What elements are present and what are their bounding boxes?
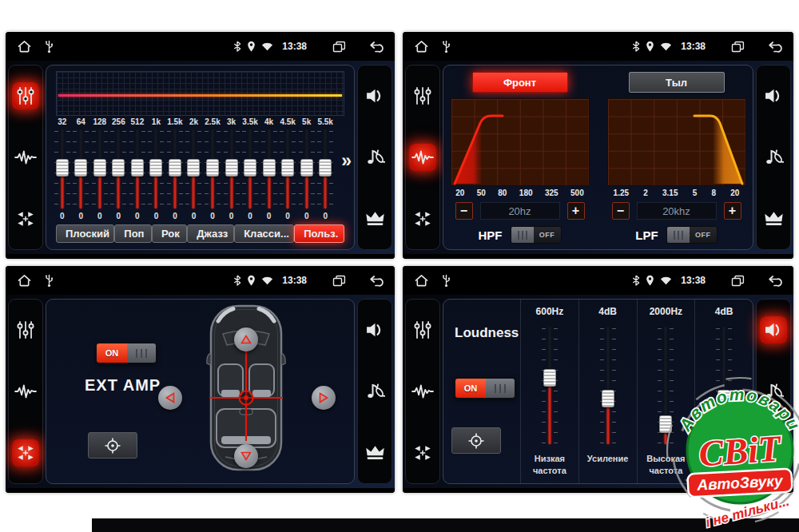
balance-right-button[interactable] bbox=[312, 386, 336, 410]
eq-band-slider[interactable] bbox=[316, 128, 334, 211]
toolbar-volume-button[interactable] bbox=[760, 82, 787, 109]
preset-button[interactable]: Поп bbox=[114, 224, 152, 243]
toolbar-waveform-button[interactable] bbox=[409, 378, 436, 405]
slider-knob[interactable] bbox=[206, 159, 219, 177]
toolbar-volume-button[interactable] bbox=[361, 82, 388, 109]
toolbar-waveform-button[interactable] bbox=[409, 144, 436, 171]
loudness-slider[interactable] bbox=[599, 325, 617, 447]
balance-center-button[interactable] bbox=[88, 432, 137, 459]
toolbar-crown-button[interactable] bbox=[361, 205, 388, 232]
slider-knob[interactable] bbox=[131, 159, 144, 177]
slider-knob[interactable] bbox=[74, 159, 87, 177]
slider-knob[interactable] bbox=[169, 159, 181, 177]
fader-rear-button[interactable] bbox=[234, 444, 258, 468]
toolbar-waveform-button[interactable] bbox=[12, 144, 39, 171]
tab-front[interactable]: Фронт bbox=[472, 72, 568, 93]
slider-knob[interactable] bbox=[300, 159, 313, 177]
lpf-minus-button[interactable]: − bbox=[612, 202, 630, 220]
recents-icon[interactable] bbox=[731, 275, 745, 287]
preset-button[interactable]: Джазз bbox=[187, 224, 234, 243]
slider-red-fill bbox=[136, 173, 138, 208]
toolbar-balance-button[interactable] bbox=[12, 205, 39, 232]
loudness-column-header: 600Hz bbox=[536, 306, 564, 319]
recents-icon[interactable] bbox=[332, 275, 346, 287]
toolbar-equalizer-button[interactable] bbox=[409, 82, 436, 109]
preset-button[interactable]: Рок bbox=[152, 224, 187, 243]
eq-band-slider[interactable] bbox=[109, 128, 127, 211]
eq-band-slider[interactable] bbox=[72, 128, 89, 211]
eq-band-slider[interactable] bbox=[166, 128, 184, 211]
toolbar-balance-button[interactable] bbox=[12, 439, 39, 466]
eq-band-slider[interactable] bbox=[147, 128, 165, 211]
slider-knob[interactable] bbox=[543, 369, 556, 387]
preset-button[interactable]: Плоский bbox=[56, 224, 114, 243]
slider-knob[interactable] bbox=[225, 159, 238, 177]
eq-band: 5120 bbox=[128, 117, 147, 222]
eq-band-slider[interactable] bbox=[241, 128, 259, 211]
back-icon[interactable] bbox=[767, 41, 782, 53]
hpf-plus-button[interactable]: + bbox=[567, 202, 585, 220]
back-icon[interactable] bbox=[767, 275, 782, 287]
preset-button[interactable]: Польз. bbox=[294, 224, 344, 243]
slider-knob[interactable] bbox=[187, 159, 200, 177]
toolbar-balance-button[interactable] bbox=[409, 439, 436, 466]
tab-rear[interactable]: Тыл bbox=[629, 72, 725, 93]
ext-amp-toggle[interactable]: ON bbox=[96, 343, 157, 363]
toolbar-equalizer-button[interactable] bbox=[12, 316, 39, 343]
recents-icon[interactable] bbox=[332, 41, 346, 53]
slider-knob[interactable] bbox=[93, 159, 106, 177]
toolbar-music-speaker-button[interactable] bbox=[760, 144, 787, 171]
hpf-switch[interactable]: OFF bbox=[511, 226, 562, 244]
eq-band-slider[interactable] bbox=[185, 128, 202, 211]
preset-button[interactable]: Класси... bbox=[234, 224, 294, 243]
toolbar-waveform-button[interactable] bbox=[12, 378, 39, 405]
recents-icon[interactable] bbox=[731, 41, 745, 53]
home-icon[interactable] bbox=[17, 40, 32, 54]
fader-front-button[interactable] bbox=[234, 328, 258, 351]
toolbar-equalizer-button[interactable] bbox=[409, 316, 436, 343]
toolbar-music-speaker-button[interactable] bbox=[361, 144, 388, 171]
back-icon[interactable] bbox=[368, 275, 384, 287]
slider-knob[interactable] bbox=[149, 159, 162, 177]
slider-knob[interactable] bbox=[263, 159, 276, 177]
toolbar-volume-button[interactable] bbox=[760, 316, 787, 343]
slider-knob[interactable] bbox=[281, 159, 294, 177]
hpf-frequency-value: 20hz bbox=[480, 202, 560, 220]
toolbar-equalizer-button[interactable] bbox=[12, 82, 39, 109]
toolbar-volume-button[interactable] bbox=[361, 316, 388, 343]
usb-icon bbox=[442, 274, 451, 288]
lpf-plus-button[interactable]: + bbox=[724, 202, 741, 220]
logo-brand-text: СВіТ bbox=[698, 427, 783, 474]
eq-band-value: 0 bbox=[323, 212, 328, 222]
loudness-reset-button[interactable] bbox=[451, 427, 501, 454]
eq-band-slider[interactable] bbox=[54, 128, 71, 211]
toolbar-crown-button[interactable] bbox=[760, 205, 787, 232]
toolbar-crown-button[interactable] bbox=[361, 439, 388, 466]
home-icon[interactable] bbox=[414, 40, 429, 54]
toolbar-music-speaker-button[interactable] bbox=[361, 378, 388, 405]
eq-band-slider[interactable] bbox=[298, 128, 316, 211]
lpf-label: LPF bbox=[635, 228, 658, 242]
balance-left-button[interactable] bbox=[158, 386, 182, 410]
lpf-switch[interactable]: OFF bbox=[666, 226, 718, 244]
slider-knob[interactable] bbox=[602, 390, 614, 407]
hpf-minus-button[interactable]: − bbox=[455, 202, 473, 220]
loudness-toggle[interactable]: ON bbox=[455, 378, 515, 399]
slider-knob[interactable] bbox=[244, 159, 256, 177]
home-icon[interactable] bbox=[414, 274, 429, 288]
eq-band-slider[interactable] bbox=[91, 128, 109, 211]
more-bands-button[interactable]: » bbox=[341, 152, 352, 170]
slider-knob[interactable] bbox=[56, 159, 69, 177]
eq-band-slider[interactable] bbox=[129, 128, 146, 211]
loudness-slider[interactable] bbox=[541, 325, 559, 447]
home-icon[interactable] bbox=[17, 274, 32, 288]
slider-knob[interactable] bbox=[112, 159, 125, 177]
eq-band-slider[interactable] bbox=[223, 128, 240, 211]
slider-knob[interactable] bbox=[319, 159, 332, 177]
eq-band-slider[interactable] bbox=[204, 128, 221, 211]
back-icon[interactable] bbox=[368, 41, 384, 53]
eq-band-slider[interactable] bbox=[260, 128, 278, 211]
toolbar-balance-button[interactable] bbox=[409, 205, 436, 232]
eq-band-slider[interactable] bbox=[279, 128, 296, 211]
eq-spectrum-line bbox=[58, 94, 342, 97]
